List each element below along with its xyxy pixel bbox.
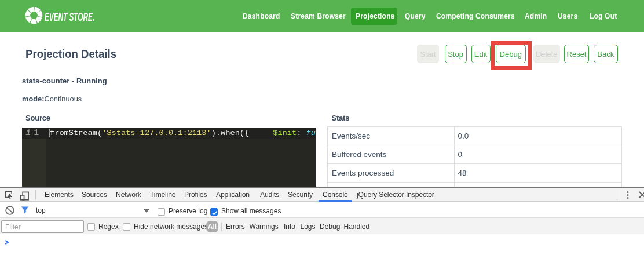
- svg-text:EVENT STORE.: EVENT STORE.: [45, 10, 94, 23]
